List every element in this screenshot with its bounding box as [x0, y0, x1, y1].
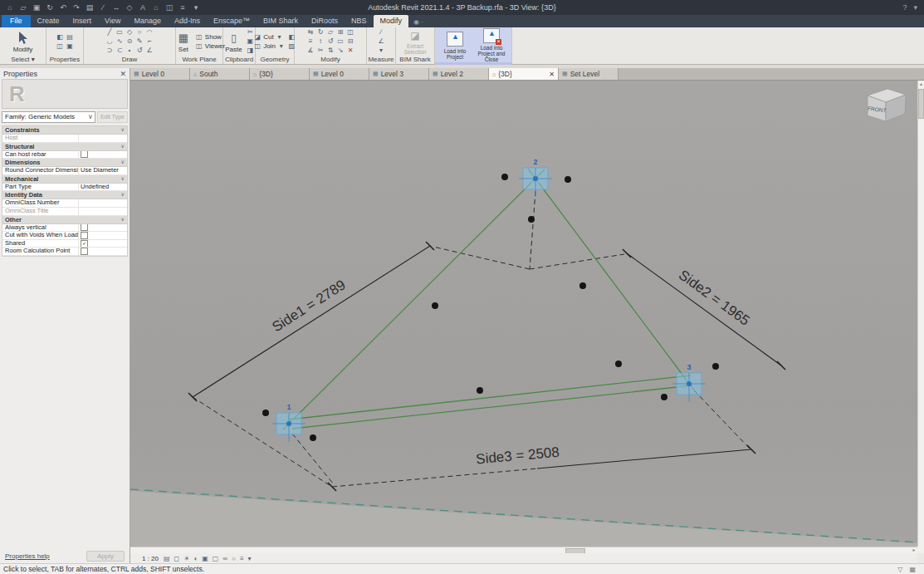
property-value[interactable]	[79, 232, 127, 239]
ribbon-tab-insert[interactable]: Insert	[66, 15, 99, 27]
properties-palette-icon[interactable]: ◧	[56, 33, 65, 42]
property-section-header[interactable]: Dimensions∨	[2, 159, 127, 167]
cut-geometry-button[interactable]: ◪Cut▾	[253, 33, 286, 42]
join-dropdown-icon[interactable]: ▾	[277, 42, 286, 51]
view-tab-level-2[interactable]: ▦Level 2	[429, 68, 489, 80]
set-workplane-button[interactable]: ▦ Set	[174, 31, 193, 53]
property-value[interactable]	[79, 248, 127, 255]
section-collapse-icon[interactable]: ∨	[121, 216, 125, 223]
aligned-dimension-icon[interactable]: ↔	[111, 3, 121, 12]
property-value[interactable]: Undefined	[79, 184, 127, 191]
copy-icon[interactable]: ◫	[346, 28, 355, 37]
draw-panel-label[interactable]: Draw	[84, 55, 175, 64]
property-row[interactable]: Always vertical	[2, 224, 127, 233]
polygon-icon[interactable]: ◇	[125, 28, 134, 37]
property-row[interactable]: OmniClass Number	[2, 199, 127, 208]
save-icon[interactable]: ▣	[32, 3, 42, 12]
section-collapse-icon[interactable]: ∨	[121, 175, 125, 183]
qat-customize-icon[interactable]: ▾	[191, 3, 201, 12]
arc-icon[interactable]: ◠	[145, 28, 154, 37]
circle-icon[interactable]: ○	[135, 28, 144, 37]
ribbon-tab-modify[interactable]: Modify	[374, 15, 409, 27]
property-row[interactable]: Part TypeUndefined	[2, 184, 127, 192]
property-row[interactable]: OmniClass Title	[2, 208, 127, 216]
drawing-area[interactable]: 2 1 3 Side1 = 2789 Side2 = 1965 Side3 = …	[130, 81, 917, 547]
ribbon-tab-create[interactable]: Create	[31, 15, 66, 27]
dimension-tool-icon[interactable]: ∠	[377, 37, 386, 46]
scale-icon[interactable]: ▭	[336, 37, 345, 46]
view-tab-set-level[interactable]: ▦Set Level	[559, 68, 618, 80]
scale-button[interactable]: 1 : 20	[142, 555, 159, 562]
view-tab-level-0[interactable]: ▦Level 0	[310, 68, 369, 80]
close-tab-icon[interactable]: ✕	[549, 71, 555, 78]
property-row[interactable]: Round Connector Dimensi...Use Diameter	[2, 167, 127, 175]
bimshark-panel-label[interactable]: BIM Shark	[396, 55, 434, 64]
scroll-up-icon[interactable]: ▲	[918, 81, 924, 87]
extract-selection-button[interactable]: ◪ Extract Selection	[398, 28, 433, 55]
shadows-icon[interactable]: ◐	[193, 555, 198, 562]
apply-button[interactable]: Apply	[86, 551, 125, 562]
horizontal-scrollbar[interactable]: ◄ ►	[130, 547, 917, 553]
sync-with-central-icon[interactable]: ↻	[45, 3, 55, 12]
selection-filter-icon[interactable]: ▽	[897, 566, 902, 573]
load-into-project-and-close-button[interactable]: ▲✕ Load into Project and Close	[474, 28, 509, 62]
property-value[interactable]	[79, 208, 127, 215]
load-into-project-button[interactable]: ▲ Load into Project	[438, 32, 472, 60]
select-panel-label[interactable]: Select ▾	[0, 55, 46, 64]
scroll-right-icon[interactable]: ►	[911, 547, 917, 553]
default-3d-view-icon[interactable]: ⌂	[151, 3, 161, 12]
show-crop-region-icon[interactable]: ▢	[213, 555, 219, 562]
property-value[interactable]	[79, 224, 127, 232]
property-value[interactable]	[79, 199, 127, 207]
visual-style-icon[interactable]: ◻	[174, 555, 180, 562]
type-properties-icon[interactable]: ▣	[66, 42, 75, 51]
ellipse-icon[interactable]: ⊙	[125, 37, 134, 46]
family-types-icon[interactable]: ▤	[66, 33, 75, 42]
array-icon[interactable]: ⊞	[336, 28, 345, 37]
rotate-draw-icon[interactable]: ↺	[135, 47, 144, 55]
trim-icon[interactable]: ⊟	[346, 37, 355, 46]
tab-options-icon[interactable]: ◉ ·	[413, 18, 423, 27]
measure-tool-icon[interactable]: ∕	[377, 28, 386, 37]
half-ellipse-icon[interactable]: ⊂	[115, 47, 125, 55]
property-section-header[interactable]: Other∨	[2, 216, 127, 224]
tangent-arc-icon[interactable]: ⊃	[105, 47, 115, 55]
section-collapse-icon[interactable]: ∨	[121, 143, 125, 150]
measure-panel-label[interactable]: Measure	[367, 55, 395, 64]
cut-dropdown-icon[interactable]: ▾	[276, 33, 284, 42]
detail-level-icon[interactable]: ▤	[164, 555, 170, 562]
start-end-arc-icon[interactable]: ⌐	[145, 37, 154, 46]
section-icon[interactable]: ◫	[164, 3, 174, 12]
geometry-panel-label[interactable]: Geometry	[256, 55, 294, 64]
open-icon[interactable]: ▱	[18, 3, 28, 12]
vertical-scrollbar[interactable]: ▲	[917, 81, 924, 547]
property-value[interactable]: ✓	[79, 240, 127, 248]
rectangle-icon[interactable]: ▭	[115, 28, 125, 37]
property-section-header[interactable]: Mechanical∨	[2, 175, 127, 184]
section-collapse-icon[interactable]: ∨	[121, 126, 125, 134]
property-row[interactable]: Shared✓	[2, 240, 127, 248]
text-icon[interactable]: A	[138, 3, 148, 12]
rotate-icon[interactable]: ↻	[316, 28, 325, 37]
property-checkbox[interactable]	[81, 248, 88, 255]
move-vertical-icon[interactable]: ↕	[316, 37, 325, 46]
clipboard-panel-label[interactable]: Clipboard	[223, 55, 255, 64]
view-tab-level-0[interactable]: ▦Level 0	[130, 68, 190, 80]
property-row[interactable]: Host	[2, 135, 127, 143]
print-icon[interactable]: ▤	[85, 3, 95, 12]
analytical-model-icon[interactable]: ≡	[240, 555, 244, 562]
property-row[interactable]: Can host rebar	[2, 151, 127, 159]
property-value[interactable]	[79, 135, 127, 142]
property-checkbox[interactable]: ✓	[81, 240, 88, 248]
viewer-button[interactable]: ◫Viewer	[195, 42, 225, 51]
vertical-scroll-thumb[interactable]	[918, 89, 924, 119]
property-checkbox[interactable]	[81, 232, 88, 239]
ribbon-tab-view[interactable]: View	[98, 15, 127, 27]
section-collapse-icon[interactable]: ∨	[121, 191, 125, 199]
reveal-hidden-elements-icon[interactable]: ○	[232, 555, 236, 562]
edit-type-button[interactable]: Edit Type	[97, 111, 128, 123]
delete-icon[interactable]: ✕	[346, 47, 355, 55]
ribbon-tab-file[interactable]: File	[2, 15, 31, 27]
editable-only-icon[interactable]: ▦	[909, 566, 916, 573]
property-value[interactable]: Use Diameter	[79, 167, 127, 174]
